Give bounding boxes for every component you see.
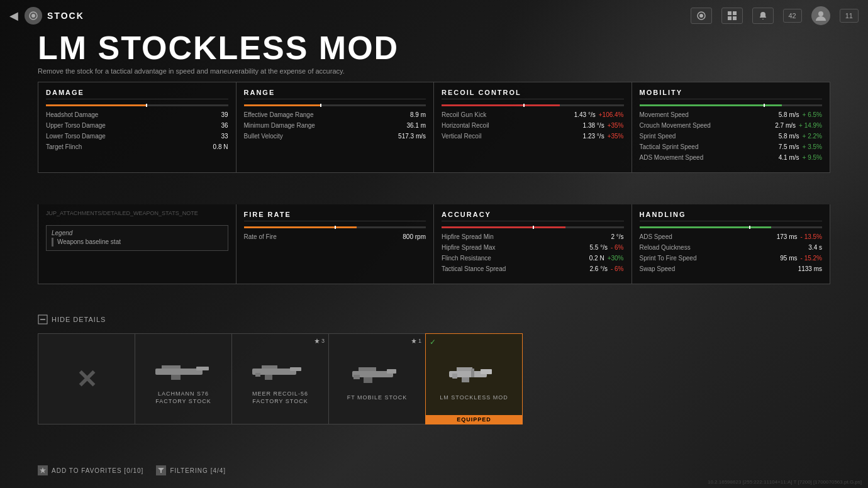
weapon-x-icon: ✕ [76,365,97,394]
weapon-card-lachmann[interactable]: LACHMANN S76FACTORY STOCK [135,333,232,424]
ads-move-value: 4.1 m/s [779,154,799,161]
legend-item-text: Weapons baseline stat [57,238,121,245]
svg-rect-7 [733,16,737,20]
target-flinch-value: 0.8 N [213,143,228,150]
stat-h-recoil: Horizontal Recoil 1.38 °/s +35% [442,122,624,129]
fire-rate-panel: FIRE RATE Rate of Fire 800 rpm [236,204,435,284]
crouch-speed-value: 2.7 m/s [775,122,796,129]
ads-speed-label: ADS Speed [640,233,672,240]
sprint-speed-value: 5.8 m/s [779,133,799,140]
stat-v-recoil: Vertical Recoil 1.23 °/s +35% [442,133,624,140]
recoil-panel: RECOIL CONTROL Recoil Gun Kick 1.43 °/s … [434,82,632,172]
weapon-lm-name: LM STOCKLESS MOD [440,394,508,402]
weapon-ft-img [340,357,415,394]
crouch-speed-change: + 14.9% [799,122,822,129]
hipfire-max-values: 5.5 °/s - 6% [589,244,623,251]
svg-rect-21 [359,367,376,371]
nav-bell-btn[interactable] [752,8,774,24]
sprint-speed-change: + 2.2% [803,133,822,140]
svg-rect-16 [262,365,277,369]
svg-rect-28 [462,377,469,382]
back-button[interactable]: ◀ [9,9,18,23]
stat-reload: Reload Quickness 3.4 s [640,244,823,251]
ads-move-change: + 9.5% [803,154,822,161]
hipfire-min-value: 2 °/s [611,233,623,240]
tactical-stance-label: Tactical Stance Spread [442,265,506,272]
min-range-value: 36.1 m [406,122,426,129]
svg-rect-22 [387,369,396,374]
rof-value: 800 rpm [403,233,426,240]
headshot-label: Headshot Damage [46,111,98,118]
handling-panel: HANDLING ADS Speed 173 ms - 13.5% Reload… [632,204,830,284]
lower-torso-label: Lower Torso Damage [46,133,106,140]
add-favorites-button[interactable]: ADD TO FAVORITES [0/10] [38,465,143,475]
stat-gun-kick: Recoil Gun Kick 1.43 °/s +106.4% [442,111,624,118]
stat-crouch-speed: Crouch Movement Speed 2.7 m/s + 14.9% [640,122,823,129]
ads-speed-values: 173 ms - 13.5% [777,233,822,240]
recoil-title: RECOIL CONTROL [442,89,624,99]
reload-label: Reload Quickness [640,244,691,251]
move-speed-change: + 6.5% [803,111,822,118]
tactical-sprint-value: 7.5 m/s [779,143,799,150]
h-recoil-values: 1.38 °/s +35% [583,122,624,129]
fire-rate-bar [244,226,426,228]
upper-torso-label: Upper Torso Damage [46,122,106,129]
svg-point-3 [699,14,703,18]
move-speed-value: 5.8 m/s [779,111,799,118]
ads-speed-value: 173 ms [777,233,798,240]
svg-rect-14 [171,375,181,380]
svg-point-8 [818,11,823,16]
weapon-card-ft[interactable]: 1 FT MOBILE STOCK [328,333,426,424]
stat-hipfire-max: Hipfire Spread Max 5.5 °/s - 6% [442,244,624,251]
ads-move-label: ADS Movement Speed [640,154,704,161]
stat-target-flinch: Target Flinch 0.8 N [46,143,228,150]
swap-value: 1133 ms [798,265,822,272]
nav-icon-btn-1[interactable] [691,8,712,24]
move-speed-label: Movement Speed [640,111,689,118]
title-section: LM STOCKLESS MOD Remove the stock for a … [38,31,399,75]
svg-rect-4 [728,11,732,15]
weapon-title: LM STOCKLESS MOD [38,31,399,64]
mobility-title: MOBILITY [640,89,823,99]
nav-grid-btn[interactable] [721,8,743,24]
handling-bar [640,226,823,228]
v-recoil-values: 1.23 °/s +35% [583,133,624,140]
svg-rect-29 [471,369,474,377]
rof-label: Rate of Fire [244,233,277,240]
weapon-ft-badge: 1 [411,338,421,344]
range-title: RANGE [244,89,426,99]
target-flinch-label: Target Flinch [46,143,82,150]
gun-kick-value: 1.43 °/s [574,111,596,118]
v-recoil-label: Vertical Recoil [442,133,481,140]
filtering-button[interactable]: FILTERING [4/4] [156,465,226,475]
weapon-card-none[interactable]: ✕ [38,333,135,424]
accuracy-bar [442,226,624,228]
weapon-card-meer[interactable]: 3 MEER RECOIL-56FACTORY STOCK [231,333,329,424]
stat-bullet-vel: Bullet Velocity 517.3 m/s [244,133,426,140]
hide-details-button[interactable]: HIDE DETAILS [38,314,106,324]
svg-rect-30 [452,374,457,379]
stat-hipfire-min: Hipfire Spread Min 2 °/s [442,233,624,240]
weapon-card-lm[interactable]: ✓ LM STOCKLESS MOD EQUIPPED [425,333,523,424]
svg-rect-12 [162,365,181,369]
gun-kick-values: 1.43 °/s +106.4% [574,111,624,118]
stat-headshot: Headshot Damage 39 [46,111,228,118]
legend-bar-icon [52,238,53,247]
stat-min-range: Minimum Damage Range 36.1 m [244,122,426,129]
weapon-ft-badge-count: 1 [418,338,421,344]
weapon-lm-img [437,357,512,394]
ads-move-values: 4.1 m/s + 9.5% [779,154,822,161]
stat-ads-move: ADS Movement Speed 4.1 m/s + 9.5% [640,154,823,161]
range-bar [244,104,426,106]
h-recoil-change: +35% [608,122,624,129]
stat-tactical-stance: Tactical Stance Spread 2.6 °/s - 6% [442,265,624,272]
flinch-change: +30% [608,255,624,262]
min-range-label: Minimum Damage Range [244,122,315,129]
top-nav: ◀ STOCK 42 11 [0,0,868,31]
equipped-badge: EQUIPPED [426,415,522,424]
stat-move-speed: Movement Speed 5.8 m/s + 6.5% [640,111,823,118]
recoil-bar [442,104,624,106]
stat-flinch: Flinch Resistance 0.2 N +30% [442,255,624,262]
stat-swap: Swap Speed 1133 ms [640,265,823,272]
svg-rect-18 [265,375,272,380]
